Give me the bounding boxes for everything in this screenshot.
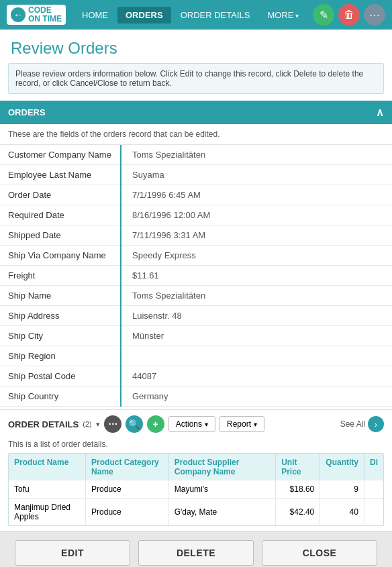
- field-value: Suyama: [121, 165, 392, 185]
- field-label: Ship Address: [0, 306, 121, 326]
- see-all-label: See All: [340, 419, 365, 429]
- cell-supplier: G'day, Mate: [168, 499, 275, 526]
- field-value: Speedy Express: [121, 246, 392, 266]
- field-value: Luisenstr. 48: [121, 306, 392, 326]
- table-row: Ship City Münster: [0, 326, 392, 346]
- orders-section-note: These are the fields of the orders recor…: [0, 124, 392, 145]
- field-value: 44087: [121, 366, 392, 386]
- field-label: Ship City: [0, 326, 121, 346]
- table-row: Shipped Date 7/11/1996 3:31 AM: [0, 225, 392, 246]
- cell-product-name: Tofu: [9, 480, 86, 499]
- cell-di: [364, 480, 383, 499]
- field-value: [121, 346, 392, 366]
- table-row: Ship Postal Code 44087: [0, 366, 392, 386]
- field-label: Ship Postal Code: [0, 366, 121, 386]
- field-value: Münster: [121, 326, 392, 346]
- cell-supplier: Mayumi's: [168, 480, 275, 499]
- table-row: Employee Last Name Suyama: [0, 165, 392, 185]
- order-details-note: This is a list of order details.: [0, 438, 392, 453]
- field-value: $11.61: [121, 266, 392, 286]
- cell-product-name: Manjimup Dried Apples: [9, 499, 86, 526]
- nav-home[interactable]: HOME: [74, 7, 116, 23]
- bottom-action-bar: EDIT DELETE CLOSE: [0, 531, 392, 567]
- col-unit-price: Unit Price: [276, 454, 320, 480]
- table-row: Tofu Produce Mayumi's $18.60 9: [9, 480, 383, 499]
- table-row: Ship Name Toms Spezialitäten: [0, 286, 392, 306]
- cell-quantity: 9: [320, 480, 364, 499]
- field-label: Shipped Date: [0, 225, 121, 246]
- see-all-arrow-icon[interactable]: ›: [368, 416, 384, 432]
- order-details-search-button[interactable]: 🔍: [126, 415, 143, 433]
- table-row: Ship Region: [0, 346, 392, 366]
- field-label: Required Date: [0, 205, 121, 225]
- table-row: Ship Address Luisenstr. 48: [0, 306, 392, 326]
- col-di: Di: [364, 454, 383, 480]
- delete-button[interactable]: DELETE: [138, 540, 254, 566]
- back-arrow-icon[interactable]: ←: [11, 7, 26, 22]
- nav-orders[interactable]: ORDERS: [117, 7, 171, 23]
- order-details-add-button[interactable]: +: [147, 415, 164, 433]
- order-details-dropdown-arrow[interactable]: ▾: [96, 420, 100, 429]
- order-details-count[interactable]: (2): [83, 420, 91, 428]
- orders-section-title: ORDERS: [8, 107, 46, 117]
- col-quantity: Quantity: [320, 454, 364, 480]
- logo-text: CODEON TIME: [28, 6, 62, 23]
- cell-unit-price: $18.60: [276, 480, 320, 499]
- col-supplier-name: Product Supplier Company Name: [168, 454, 275, 480]
- close-button[interactable]: CLOSE: [262, 540, 377, 566]
- edit-button[interactable]: EDIT: [15, 540, 130, 566]
- nav-icons: ✎ 🗑 ⋯: [313, 4, 385, 25]
- field-value: Germany: [121, 386, 392, 407]
- nav-more[interactable]: MORE: [259, 7, 307, 23]
- order-details-title: ORDER DETAILS: [8, 419, 79, 429]
- field-value: Toms Spezialitäten: [121, 286, 392, 306]
- orders-fields-table: Customer Company Name Toms Spezialitäten…: [0, 145, 392, 407]
- field-label: Customer Company Name: [0, 145, 121, 165]
- cell-category: Produce: [86, 480, 169, 499]
- table-row: Required Date 8/16/1996 12:00 AM: [0, 205, 392, 225]
- see-all[interactable]: See All ›: [340, 416, 384, 432]
- nav-links: HOME ORDERS ORDER DETAILS MORE: [74, 7, 309, 23]
- report-dropdown-button[interactable]: Report: [219, 416, 264, 432]
- top-navigation: ← CODEON TIME HOME ORDERS ORDER DETAILS …: [0, 0, 392, 30]
- info-bar: Please review orders information below. …: [8, 63, 384, 94]
- cell-unit-price: $42.40: [276, 499, 320, 526]
- edit-icon-button[interactable]: ✎: [313, 4, 334, 25]
- delete-icon-button[interactable]: 🗑: [338, 4, 360, 25]
- col-category-name: Product Category Name: [86, 454, 169, 480]
- table-row: Freight $11.61: [0, 266, 392, 286]
- cell-category: Produce: [86, 499, 169, 526]
- table-header-row: Product Name Product Category Name Produ…: [9, 454, 383, 480]
- table-row: Ship Country Germany: [0, 386, 392, 407]
- order-details-header: ORDER DETAILS (2) ▾ ⋯ 🔍 + Actions Report…: [0, 409, 392, 438]
- table-row: Customer Company Name Toms Spezialitäten: [0, 145, 392, 165]
- field-value: 8/16/1996 12:00 AM: [121, 205, 392, 225]
- field-label: Freight: [0, 266, 121, 286]
- order-details-table: Product Name Product Category Name Produ…: [9, 454, 383, 525]
- actions-dropdown-button[interactable]: Actions: [168, 416, 215, 432]
- collapse-icon[interactable]: ∧: [376, 106, 384, 119]
- field-label: Ship Via Company Name: [0, 246, 121, 266]
- field-value: Toms Spezialitäten: [121, 145, 392, 165]
- nav-order-details[interactable]: ORDER DETAILS: [173, 7, 258, 23]
- field-label: Employee Last Name: [0, 165, 121, 185]
- cell-di: [364, 499, 383, 526]
- field-label: Ship Country: [0, 386, 121, 407]
- field-value: 7/1/1996 6:45 AM: [121, 185, 392, 205]
- order-details-more-button[interactable]: ⋯: [104, 415, 121, 433]
- order-details-table-wrap: Product Name Product Category Name Produ…: [8, 453, 384, 526]
- table-row: Ship Via Company Name Speedy Express: [0, 246, 392, 266]
- table-row: Manjimup Dried Apples Produce G'day, Mat…: [9, 499, 383, 526]
- field-label: Ship Region: [0, 346, 121, 366]
- field-value: 7/11/1996 3:31 AM: [121, 225, 392, 246]
- col-product-name: Product Name: [9, 454, 86, 480]
- more-icon-button[interactable]: ⋯: [364, 4, 385, 25]
- table-row: Order Date 7/1/1996 6:45 AM: [0, 185, 392, 205]
- logo: ← CODEON TIME: [7, 5, 66, 25]
- orders-section-header: ORDERS ∧: [0, 101, 392, 124]
- cell-quantity: 40: [320, 499, 364, 526]
- field-label: Ship Name: [0, 286, 121, 306]
- page-title: Review Orders: [0, 30, 392, 63]
- field-label: Order Date: [0, 185, 121, 205]
